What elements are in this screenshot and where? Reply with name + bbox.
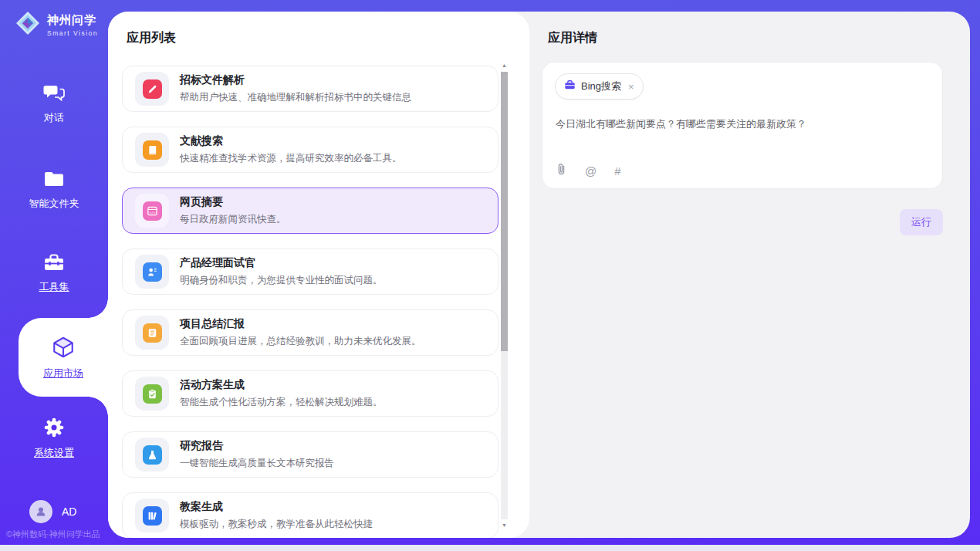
clipboard-check-icon: [143, 384, 162, 404]
app-card-description: 全面回顾项目进展，总结经验教训，助力未来优化发展。: [180, 335, 421, 348]
scrollbar[interactable]: ▲ ▼: [501, 61, 508, 530]
copyright: ©神州数码·神州问学出品: [6, 529, 100, 540]
app-card-title: 网页摘要: [180, 195, 286, 209]
gear-icon: [43, 417, 65, 441]
app-detail-title: 应用详情: [548, 30, 597, 46]
app-card-title: 活动方案生成: [180, 378, 383, 392]
browser-code-icon: </>: [143, 201, 162, 221]
content-area: 应用列表 招标文件解析 帮助用户快速、准确地理解和解析招标书中的关键信息: [108, 12, 970, 538]
app-card-bid-analysis[interactable]: 招标文件解析 帮助用户快速、准确地理解和解析招标书中的关键信息: [122, 66, 498, 112]
at-icon[interactable]: @: [585, 164, 596, 177]
app-card-title: 产品经理面试官: [180, 256, 383, 270]
logo-title: 神州问学: [47, 13, 98, 28]
input-toolbar: @ #: [556, 163, 621, 178]
sidebar-item-settings[interactable]: 系统设置: [0, 417, 108, 460]
sidebar-item-label: 工具集: [39, 280, 69, 294]
folder-icon: [43, 169, 65, 192]
app-card-description: 一键智能生成高质量长文本研究报告: [180, 457, 334, 470]
app-card-description: 每日政府新闻资讯快查。: [180, 213, 286, 226]
run-button[interactable]: 运行: [900, 209, 943, 235]
sidebar-item-label: 智能文件夹: [29, 197, 79, 211]
sidebar-item-chat[interactable]: 对话: [0, 82, 108, 125]
query-card: Bing搜索 × 今日湖北有哪些新闻要点？有哪些需要关注的最新政策？ @ #: [542, 62, 943, 189]
sidebar-item-smart-folder[interactable]: 智能文件夹: [0, 169, 108, 211]
note-icon: [143, 323, 162, 343]
app-card-project-summary[interactable]: 项目总结汇报 全面回顾项目进展，总结经验教训，助力未来优化发展。: [122, 309, 498, 356]
app-card-literature-search[interactable]: 文献搜索 快速精准查找学术资源，提高研究效率的必备工具。: [122, 127, 498, 173]
app-detail-panel: 应用详情 Bing搜索 × 今日湖北有哪些新闻要点？有哪些需要关注的最新政策？: [529, 12, 970, 538]
app-card-description: 明确身份和职责，为您提供专业性的面试问题。: [180, 274, 383, 287]
app-list-title: 应用列表: [127, 30, 176, 46]
bottom-strip: [0, 545, 980, 551]
app-card-lesson-plan[interactable]: 教案生成 模板驱动，教案秒成，教学准备从此轻松快捷: [122, 492, 498, 538]
sidebar-item-label: 对话: [44, 111, 64, 125]
toolbox-icon: [43, 252, 65, 276]
app-card-web-summary[interactable]: </> 网页摘要 每日政府新闻资讯快查。: [122, 188, 498, 234]
app-card-title: 文献搜索: [180, 134, 402, 148]
scrollbar-up-icon[interactable]: ▲: [501, 61, 508, 70]
paperclip-icon[interactable]: [556, 163, 567, 178]
document-edit-icon: [143, 79, 162, 99]
book-icon: [143, 140, 162, 160]
app-card-pm-interviewer[interactable]: 产品经理面试官 明确身份和职责，为您提供专业性的面试问题。: [122, 248, 498, 295]
sidebar-item-label: 系统设置: [34, 446, 74, 460]
sidebar-item-label: 应用市场: [43, 367, 83, 380]
app-card-description: 帮助用户快速、准确地理解和解析招标书中的关键信息: [180, 91, 411, 104]
app-card-title: 教案生成: [180, 500, 373, 514]
chat-icon: [42, 82, 66, 106]
tool-chip-label: Bing搜索: [581, 79, 621, 93]
sidebar: 神州问学 Smart Vision 对话 智能文件夹: [0, 0, 108, 545]
app-card-title: 研究报告: [180, 439, 334, 453]
sidebar-item-toolset[interactable]: 工具集: [0, 252, 108, 294]
sidebar-item-app-market[interactable]: 应用市场: [19, 318, 108, 397]
app-card-title: 招标文件解析: [180, 73, 411, 87]
user-account[interactable]: AD: [29, 500, 76, 523]
user-name: AD: [62, 505, 76, 518]
app-list-panel: 应用列表 招标文件解析 帮助用户快速、准确地理解和解析招标书中的关键信息: [108, 12, 529, 538]
app-card-research-report[interactable]: 研究报告 一键智能生成高质量长文本研究报告: [122, 431, 498, 478]
app-card-description: 快速精准查找学术资源，提高研究效率的必备工具。: [180, 152, 402, 165]
scrollbar-thumb[interactable]: [501, 72, 508, 351]
logo-subtitle: Smart Vision: [47, 29, 98, 37]
app-card-description: 智能生成个性化活动方案，轻松解决规划难题。: [180, 396, 383, 409]
svg-text:</>: </>: [149, 210, 155, 214]
flask-icon: [143, 445, 162, 465]
cube-icon: [51, 335, 76, 363]
app-card-title: 项目总结汇报: [180, 317, 421, 331]
app-card-list: 招标文件解析 帮助用户快速、准确地理解和解析招标书中的关键信息 文献搜索 快速精…: [122, 66, 498, 538]
avatar: [29, 500, 52, 523]
logo-diamond-icon: [14, 9, 42, 40]
books-icon: [143, 506, 162, 526]
app-card-description: 模板驱动，教案秒成，教学准备从此轻松快捷: [180, 518, 373, 531]
tool-chip-bing-search[interactable]: Bing搜索 ×: [555, 73, 644, 100]
app-card-event-plan[interactable]: 活动方案生成 智能生成个性化活动方案，轻松解决规划难题。: [122, 370, 498, 417]
hash-icon[interactable]: #: [614, 164, 620, 177]
briefcase-icon: [564, 79, 576, 93]
query-text[interactable]: 今日湖北有哪些新闻要点？有哪些需要关注的最新政策？: [556, 117, 930, 132]
app-window: 神州问学 Smart Vision 对话 智能文件夹: [0, 0, 980, 551]
scrollbar-down-icon[interactable]: ▼: [501, 521, 508, 530]
close-icon[interactable]: ×: [628, 81, 634, 93]
logo: 神州问学 Smart Vision: [14, 9, 98, 40]
interviewer-icon: [143, 262, 162, 282]
